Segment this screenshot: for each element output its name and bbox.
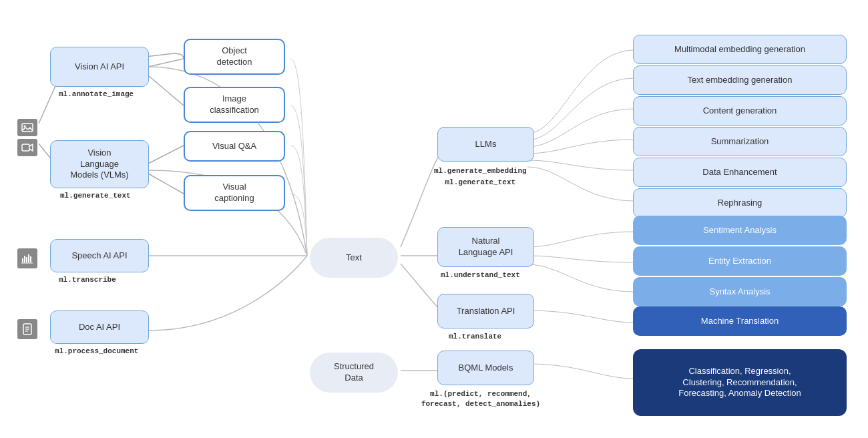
entity-extraction-node: Entity Extraction: [633, 246, 847, 276]
nlp-code: ml.understand_text: [441, 271, 520, 279]
rephrasing-node: Rephrasing: [633, 188, 847, 218]
speech-ai-api-node: Speech AI API: [50, 239, 149, 272]
translation-code: ml.translate: [449, 333, 501, 341]
svg-line-5: [148, 174, 184, 194]
visual-captioning-node: Visual captioning: [184, 175, 285, 211]
structured-data-oval: Structured Data: [310, 353, 398, 393]
image-classification-node: Image classification: [184, 87, 285, 123]
text-oval: Text: [310, 238, 398, 278]
bqml-code: ml.(predict, recommend, forecast, detect…: [414, 389, 548, 410]
doc-ai-api-node: Doc AI API: [50, 310, 149, 344]
nlp-api-node: Natural Language API: [437, 227, 534, 267]
diagram: Vision AI API ml.annotate_image Vision L…: [0, 0, 868, 438]
object-detection-node: Object detection: [184, 39, 285, 75]
vision-ai-api-code: ml.annotate_image: [59, 90, 134, 98]
svg-rect-9: [22, 124, 33, 132]
speech-ai-code: ml.transcribe: [59, 276, 116, 284]
visual-qa-node: Visual Q&A: [184, 131, 285, 162]
svg-line-3: [148, 75, 184, 105]
vision-ai-api-node: Vision AI API: [50, 47, 149, 87]
data-enhancement-node: Data Enhancement: [633, 158, 847, 187]
svg-line-4: [148, 146, 184, 164]
doc-ai-code: ml.process_document: [55, 347, 138, 355]
machine-translation-node: Machine Translation: [633, 306, 847, 336]
llms-node: LLMs: [437, 127, 534, 162]
icon-audio: [17, 248, 37, 268]
video-icon: [17, 139, 37, 156]
vlm-node: Vision Language Models (VLMs): [50, 140, 149, 188]
sentiment-analysis-node: Sentiment Analysis: [633, 216, 847, 245]
icon-doc: [17, 319, 37, 339]
bqml-node: BQML Models: [437, 351, 534, 385]
vision-ai-api-label: Vision AI API: [75, 61, 124, 73]
llms-code: ml.generate_embedding ml.generate_text: [434, 166, 527, 188]
bqml-outputs-node: Classification, Regression, Clustering, …: [633, 349, 847, 416]
vlm-code: ml.generate_text: [60, 192, 131, 200]
vlm-label: Vision Language Models (VLMs): [70, 148, 128, 182]
multimodal-embedding-node: Multimodal embedding generation: [633, 35, 847, 64]
svg-point-10: [24, 126, 26, 128]
syntax-analysis-node: Syntax Analysis: [633, 277, 847, 306]
svg-line-2: [148, 59, 184, 67]
summarization-node: Summarization: [633, 127, 847, 156]
content-generation-node: Content generation: [633, 96, 847, 126]
image-icon: [17, 119, 37, 136]
text-embedding-node: Text embedding generation: [633, 65, 847, 95]
svg-rect-11: [22, 144, 29, 151]
icon-group-1: [17, 119, 37, 156]
translation-api-node: Translation API: [437, 294, 534, 328]
